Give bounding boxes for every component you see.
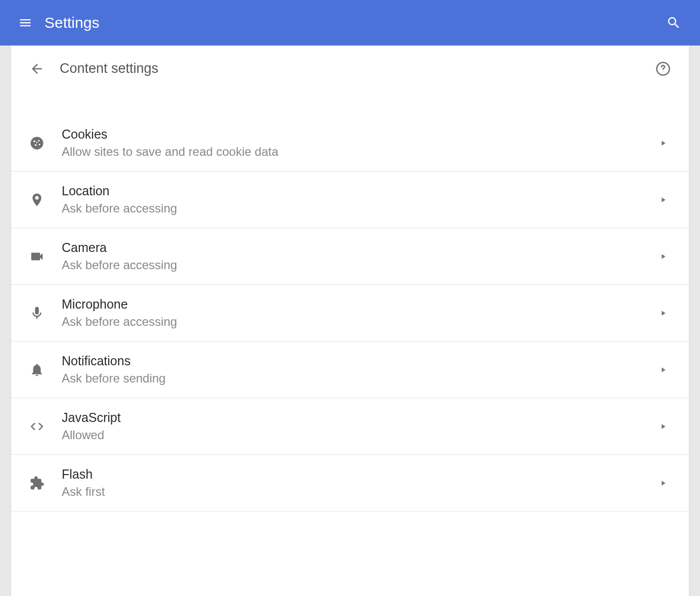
chevron-right-icon	[659, 195, 668, 204]
row-title: Cookies	[62, 127, 659, 142]
row-subtitle: Ask before accessing	[62, 258, 659, 272]
row-title: Location	[62, 184, 659, 198]
svg-point-1	[663, 71, 663, 72]
chevron-right-icon	[659, 252, 668, 261]
setting-row-camera[interactable]: Camera Ask before accessing	[11, 228, 689, 285]
chevron-right-icon	[659, 309, 668, 318]
setting-row-notifications[interactable]: Notifications Ask before sending	[11, 342, 689, 398]
bell-icon	[29, 362, 45, 377]
row-subtitle: Ask before accessing	[62, 201, 659, 216]
extension-icon	[29, 476, 45, 491]
setting-row-cookies[interactable]: Cookies Allow sites to save and read coo…	[11, 115, 689, 172]
cookie-icon	[29, 136, 45, 151]
row-title: Notifications	[62, 354, 659, 368]
chevron-right-icon	[659, 422, 668, 431]
app-title: Settings	[45, 14, 666, 31]
spacer	[11, 90, 689, 115]
row-text: JavaScript Allowed	[62, 410, 659, 442]
location-icon	[29, 192, 45, 207]
row-text: Flash Ask first	[62, 467, 659, 499]
svg-point-5	[35, 144, 37, 146]
row-text: Cookies Allow sites to save and read coo…	[62, 127, 659, 159]
row-title: Microphone	[62, 297, 659, 312]
chevron-right-icon	[659, 479, 668, 488]
row-text: Location Ask before accessing	[62, 184, 659, 216]
chevron-right-icon	[659, 139, 668, 148]
svg-point-4	[38, 140, 39, 141]
row-text: Notifications Ask before sending	[62, 354, 659, 386]
help-icon[interactable]	[655, 61, 671, 76]
row-subtitle: Allowed	[62, 428, 659, 442]
row-subtitle: Ask before accessing	[62, 315, 659, 329]
row-subtitle: Ask first	[62, 485, 659, 499]
camera-icon	[29, 249, 45, 264]
setting-row-microphone[interactable]: Microphone Ask before accessing	[11, 285, 689, 342]
row-text: Camera Ask before accessing	[62, 240, 659, 272]
row-title: JavaScript	[62, 410, 659, 425]
svg-point-6	[39, 144, 40, 145]
page-title: Content settings	[60, 61, 655, 76]
chevron-right-icon	[659, 365, 668, 374]
svg-point-3	[33, 140, 35, 142]
row-text: Microphone Ask before accessing	[62, 297, 659, 329]
app-bar: Settings	[0, 0, 700, 46]
svg-point-7	[36, 142, 38, 143]
setting-row-location[interactable]: Location Ask before accessing	[11, 172, 689, 228]
row-subtitle: Allow sites to save and read cookie data	[62, 145, 659, 159]
menu-icon[interactable]	[18, 16, 32, 30]
microphone-icon	[29, 306, 45, 321]
code-icon	[29, 419, 45, 434]
back-icon[interactable]	[29, 61, 45, 76]
search-icon[interactable]	[666, 15, 682, 31]
row-title: Flash	[62, 467, 659, 482]
content-card: Content settings Cookies Allow sites to …	[11, 46, 689, 596]
subheader: Content settings	[11, 46, 689, 90]
row-subtitle: Ask before sending	[62, 371, 659, 386]
setting-row-javascript[interactable]: JavaScript Allowed	[11, 398, 689, 455]
row-title: Camera	[62, 240, 659, 255]
setting-row-flash[interactable]: Flash Ask first	[11, 455, 689, 512]
